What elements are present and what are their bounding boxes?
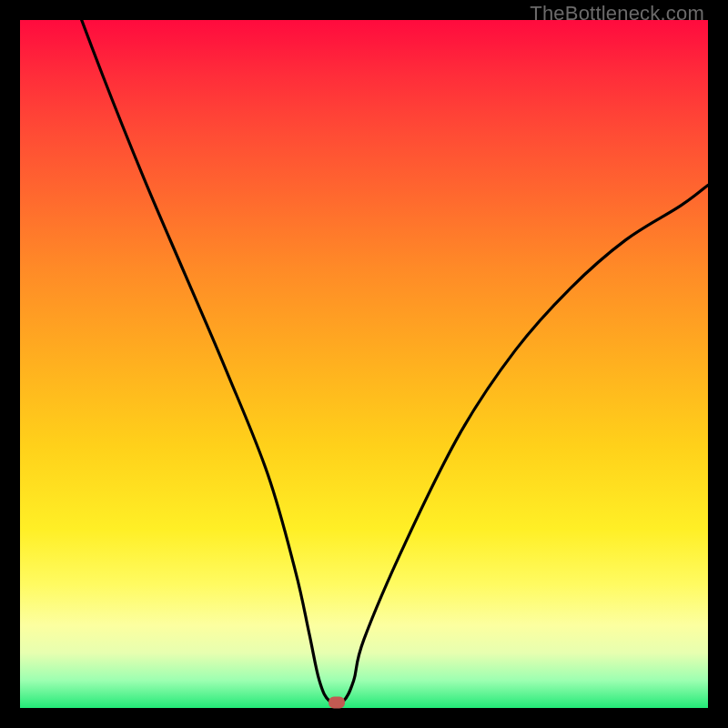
bottleneck-curve: [20, 20, 708, 703]
chart-frame: TheBottleneck.com: [0, 0, 728, 728]
curve-svg: [20, 20, 708, 708]
plot-area: [20, 20, 708, 708]
min-marker: [329, 696, 345, 708]
